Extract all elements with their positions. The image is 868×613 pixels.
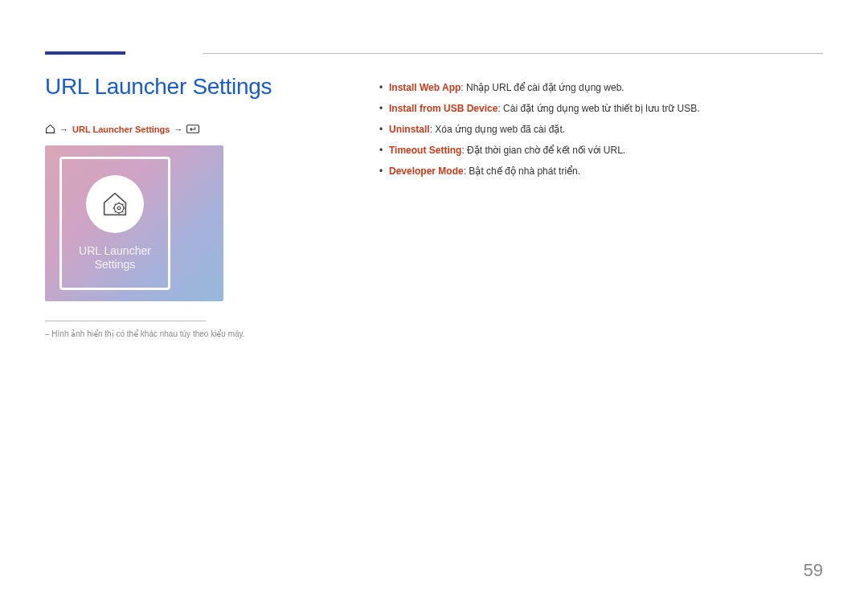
- home-icon: [45, 124, 55, 134]
- feature-name: Developer Mode: [389, 166, 464, 177]
- list-item: Timeout Setting: Đặt thời gian chờ để kế…: [378, 143, 823, 157]
- settings-thumbnail: URL Launcher Settings: [45, 145, 223, 301]
- thumb-circle: [86, 175, 144, 233]
- enter-icon: [186, 125, 199, 133]
- feature-name: Uninstall: [389, 124, 430, 135]
- svg-line-10: [115, 203, 116, 204]
- thumb-tile: URL Launcher Settings: [59, 157, 170, 290]
- accent-bar: [45, 51, 125, 55]
- thumb-caption: URL Launcher Settings: [79, 244, 151, 272]
- list-item: Developer Mode: Bật chế độ nhà phát triể…: [378, 164, 823, 178]
- arrow-icon: →: [59, 125, 68, 134]
- feature-name: Install Web App: [389, 82, 461, 93]
- thumb-caption-line2: Settings: [95, 258, 136, 271]
- feature-list: Install Web App: Nhập URL để cài đặt ứng…: [378, 80, 823, 178]
- feature-desc: : Đặt thời gian chờ để kết nối với URL.: [461, 145, 625, 156]
- feature-desc: : Cài đặt ứng dụng web từ thiết bị lưu t…: [497, 103, 699, 114]
- breadcrumb: → URL Launcher Settings →: [45, 124, 350, 134]
- feature-desc: : Xóa ứng dụng web đã cài đặt.: [430, 124, 565, 135]
- note-text: – Hình ảnh hiển thị có thể khác nhau tùy…: [45, 329, 350, 338]
- right-column: Install Web App: Nhập URL để cài đặt ứng…: [378, 80, 823, 185]
- svg-point-1: [114, 203, 124, 213]
- svg-line-9: [122, 203, 123, 204]
- page-number: 59: [804, 560, 823, 581]
- list-item: Install Web App: Nhập URL để cài đặt ứng…: [378, 80, 823, 95]
- feature-desc: : Bật chế độ nhà phát triển.: [464, 166, 580, 177]
- svg-line-7: [122, 211, 123, 212]
- thumb-caption-line1: URL Launcher: [79, 244, 151, 257]
- top-rule: [203, 53, 823, 54]
- feature-desc: : Nhập URL để cài đặt ứng dụng web.: [461, 82, 624, 93]
- list-item: Uninstall: Xóa ứng dụng web đã cài đặt.: [378, 122, 823, 137]
- note-divider: [45, 321, 206, 321]
- svg-line-8: [115, 211, 116, 212]
- feature-name: Timeout Setting: [389, 145, 461, 156]
- list-item: Install from USB Device: Cài đặt ứng dụn…: [378, 101, 823, 116]
- feature-name: Install from USB Device: [389, 103, 497, 114]
- arrow-icon: →: [174, 125, 182, 134]
- breadcrumb-link: URL Launcher Settings: [72, 125, 170, 134]
- left-column: URL Launcher Settings → URL Launcher Set…: [45, 74, 350, 338]
- house-gear-icon: [99, 188, 131, 220]
- page-title: URL Launcher Settings: [45, 74, 350, 100]
